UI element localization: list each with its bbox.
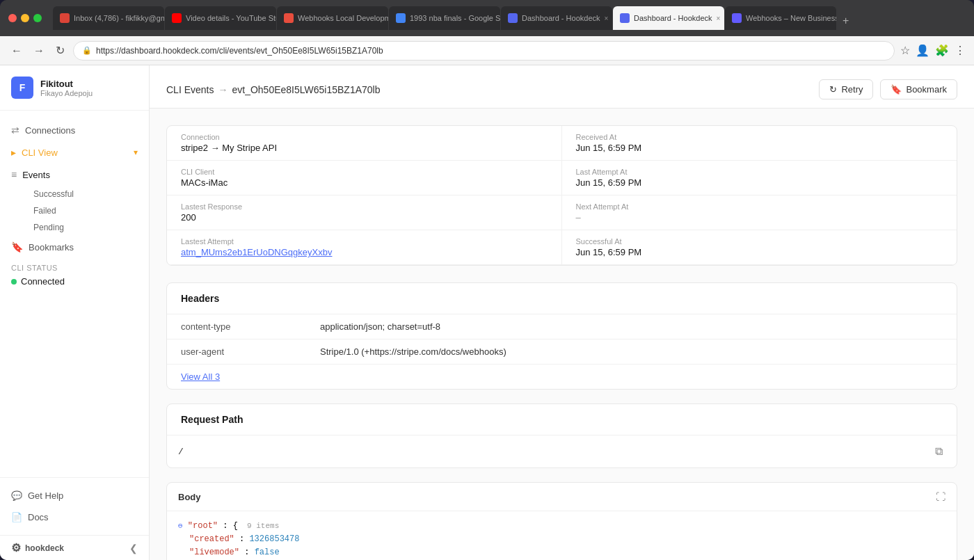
retry-label: Retry	[841, 84, 863, 95]
forward-button[interactable]: →	[31, 42, 47, 60]
json-livemode-value: false	[255, 547, 280, 557]
tab-label: Dashboard - Hookdeck	[634, 14, 712, 22]
refresh-button[interactable]: ↻	[53, 41, 67, 60]
sidebar-item-label: Pending	[33, 223, 64, 232]
tab-close-icon[interactable]: ×	[605, 15, 609, 22]
cli-client-value: MACs-iMac	[181, 177, 548, 188]
tab-youtube[interactable]: Video details - YouTube Studio ×	[165, 6, 276, 30]
cli-status-label: CLI Status	[11, 264, 138, 272]
json-livemode-key: "livemode"	[189, 547, 239, 557]
copy-path-button[interactable]: ⧉	[932, 442, 945, 461]
app-layout: F Fikitout Fikayo Adepoju ⇄ Connections …	[0, 65, 974, 560]
sidebar-item-label: Connections	[25, 125, 75, 136]
hookdeck-brand-name: hookdeck	[25, 543, 64, 553]
retry-icon: ↻	[829, 84, 837, 95]
sidebar-item-failed[interactable]: Failed	[22, 202, 149, 219]
detail-latest-attempt: Lastest Attempt atm_MUms2eb1ErUoDNGqgkey…	[167, 230, 562, 265]
hookdeck-active-tab-icon	[620, 13, 630, 23]
extensions-icon[interactable]: 🧩	[935, 44, 949, 57]
successful-at-label: Successful At	[576, 237, 943, 246]
user-info: Fikitout Fikayo Adepoju	[40, 79, 93, 97]
sidebar-item-connections[interactable]: ⇄ Connections	[0, 119, 149, 141]
sidebar-item-events[interactable]: ≡ Events	[0, 163, 149, 186]
connections-icon: ⇄	[11, 125, 19, 136]
connection-value: stripe2 → My Stripe API	[181, 143, 548, 153]
tab-label: Inbox (4,786) - fikfikky@gmail.c...	[74, 14, 164, 22]
profile-icon[interactable]: 👤	[916, 44, 929, 57]
tab-hookdeck-active[interactable]: Dashboard - Hookdeck ×	[613, 6, 724, 30]
avatar: F	[11, 77, 33, 99]
minimize-traffic-light[interactable]	[21, 14, 29, 22]
sidebar-header: F Fikitout Fikayo Adepoju	[0, 65, 149, 111]
sidebar-item-label: CLI View	[22, 147, 58, 158]
last-attempt-at-value: Jun 15, 6:59 PM	[576, 177, 943, 188]
main-content: CLI Events → evt_Oh50Ee8I5LW65i15BZ1A70l…	[150, 65, 974, 560]
sidebar-item-get-help[interactable]: 💬 Get Help	[11, 486, 138, 505]
youtube-tab-icon	[172, 13, 182, 23]
docs-label: Docs	[28, 512, 49, 522]
tab-close-icon[interactable]: ×	[717, 15, 721, 22]
bookmark-button[interactable]: 🔖 Bookmark	[880, 79, 957, 99]
path-content: / ⧉	[167, 435, 957, 467]
connected-dot	[11, 279, 17, 285]
retry-button[interactable]: ↻ Retry	[819, 79, 873, 99]
tab-stripe[interactable]: Webhooks – New Business – Si... ×	[725, 6, 836, 30]
cli-client-label: CLI Client	[181, 168, 548, 176]
tab-hookdeck-1[interactable]: Dashboard - Hookdeck ×	[501, 6, 612, 30]
content-header: CLI Events → evt_Oh50Ee8I5LW65i15BZ1A70l…	[150, 65, 974, 109]
breadcrumb-separator: →	[218, 84, 227, 95]
request-path-title: Request Path	[167, 404, 957, 435]
event-details: Connection stripe2 → My Stripe API Recei…	[150, 109, 974, 560]
json-created-line: "created" : 1326853478	[178, 533, 945, 546]
collapse-sidebar-button[interactable]: ❮	[129, 543, 138, 554]
sidebar-item-pending[interactable]: Pending	[22, 219, 149, 236]
events-icon: ≡	[11, 169, 17, 180]
sidebar-item-docs[interactable]: 📄 Docs	[11, 508, 138, 527]
cli-connected-status: Connected	[11, 276, 138, 287]
maximize-traffic-light[interactable]	[33, 14, 42, 22]
headers-title: Headers	[167, 283, 957, 314]
tab-webhooks-local[interactable]: Webhooks Local Development t... ×	[277, 6, 388, 30]
sidebar-item-label: Failed	[33, 206, 56, 216]
tab-label: Webhooks Local Development t...	[298, 14, 388, 22]
sidebar-item-cli-view[interactable]: ▸ CLI View ▾	[0, 141, 149, 163]
menu-icon[interactable]: ⋮	[955, 44, 966, 57]
tab-google[interactable]: 1993 nba finals - Google Search ×	[389, 6, 500, 30]
gmail-tab-icon	[60, 13, 70, 23]
bookmark-nav-icon[interactable]: ☆	[900, 44, 910, 57]
user-email: Fikayo Adepoju	[40, 89, 93, 97]
table-row: user-agent Stripe/1.0 (+https://stripe.c…	[167, 339, 957, 365]
connection-label: Connection	[181, 133, 548, 141]
json-root-key: "root"	[188, 521, 218, 531]
headers-table: content-type application/json; charset=u…	[167, 314, 957, 365]
get-help-icon: 💬	[11, 490, 22, 501]
header-key-user-agent: user-agent	[167, 339, 306, 365]
back-button[interactable]: ←	[8, 42, 25, 60]
json-created-key: "created"	[189, 534, 234, 544]
tab-label: Dashboard - Hookdeck	[522, 14, 600, 22]
get-help-label: Get Help	[28, 490, 63, 501]
address-bar[interactable]: 🔒 https://dashboard.hookdeck.com/cli/eve…	[73, 41, 895, 61]
next-attempt-at-label: Next Attempt At	[576, 202, 943, 211]
sidebar-item-label: Successful	[33, 189, 74, 199]
json-livemode-line: "livemode" : false	[178, 546, 945, 559]
close-traffic-light[interactable]	[8, 14, 17, 22]
detail-received-at: Received At Jun 15, 6:59 PM	[562, 126, 957, 161]
json-toggle-root[interactable]: ⊖	[178, 522, 183, 530]
hookdeck1-tab-icon	[508, 13, 518, 23]
sidebar: F Fikitout Fikayo Adepoju ⇄ Connections …	[0, 65, 150, 560]
sidebar-item-label: Events	[22, 170, 50, 180]
breadcrumb-id: evt_Oh50Ee8I5LW65i15BZ1A70lb	[232, 84, 380, 95]
received-at-value: Jun 15, 6:59 PM	[576, 143, 943, 153]
expand-body-button[interactable]: ⛶	[936, 491, 945, 502]
body-title: Body	[178, 492, 201, 502]
header-value-user-agent: Stripe/1.0 (+https://stripe.com/docs/web…	[306, 339, 957, 365]
tab-gmail[interactable]: Inbox (4,786) - fikfikky@gmail.c... ×	[53, 6, 164, 30]
view-all-headers-link[interactable]: View All 3	[167, 365, 234, 389]
new-tab-button[interactable]: +	[837, 12, 854, 30]
sidebar-item-successful[interactable]: Successful	[22, 186, 149, 202]
bookmark-icon: 🔖	[891, 84, 902, 95]
sidebar-item-bookmarks[interactable]: 🔖 Bookmarks	[0, 236, 149, 258]
cli-status-section: CLI Status Connected	[0, 258, 149, 292]
latest-attempt-value[interactable]: atm_MUms2eb1ErUoDNGqgkeyXxbv	[181, 247, 548, 257]
